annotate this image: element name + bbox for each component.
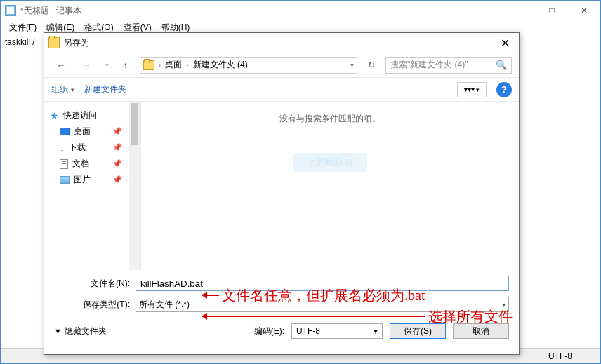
file-list[interactable]: 没有与搜索条件匹配的项。 全屏截图(S) xyxy=(141,102,519,270)
search-icon[interactable]: 🔍 xyxy=(496,60,507,70)
filename-input[interactable] xyxy=(136,276,509,291)
chevron-down-icon[interactable]: ▾ xyxy=(350,61,354,69)
nav-tree: ★ 快速访问 桌面 📌 ↓ 下载 📌 文档 📌 图片 📌 xyxy=(44,102,141,270)
picture-icon xyxy=(60,176,70,184)
address-bar[interactable]: › 桌面 › 新建文件夹 (4) ▾ xyxy=(140,57,357,74)
dialog-close-button[interactable]: ✕ xyxy=(491,33,519,53)
chevron-down-icon: ▾ xyxy=(502,301,506,309)
chevron-right-icon[interactable]: › xyxy=(159,61,161,69)
close-button[interactable]: ✕ xyxy=(568,1,600,20)
ghost-screenshot-button: 全屏截图(S) xyxy=(293,153,367,172)
encoding-select[interactable]: UTF-8 ▾ xyxy=(291,323,383,339)
download-icon: ↓ xyxy=(60,142,65,154)
filetype-select[interactable]: 所有文件 (*.*) ▾ xyxy=(136,297,509,312)
empty-message: 没有与搜索条件匹配的项。 xyxy=(279,113,381,125)
chevron-down-icon: ▼ xyxy=(54,327,62,335)
view-options-button[interactable]: ▾▾▾ ▾ xyxy=(457,82,487,97)
folder-icon xyxy=(143,60,154,70)
help-button[interactable]: ? xyxy=(496,82,512,97)
organize-menu[interactable]: 组织 ▾ xyxy=(51,83,74,95)
tree-scrollbar[interactable] xyxy=(129,102,140,270)
dialog-titlebar: 另存为 ✕ xyxy=(44,33,519,53)
dialog-bottom: 文件名(N): 保存类型(T): 所有文件 (*.*) ▾ ▼ 隐藏文件夹 编码… xyxy=(44,270,519,347)
chevron-down-icon: ▾ xyxy=(71,86,74,93)
minimize-button[interactable]: – xyxy=(503,1,536,20)
chevron-right-icon[interactable]: › xyxy=(186,61,188,69)
notepad-title: *无标题 - 记事本 xyxy=(20,5,503,17)
filename-label: 文件名(N): xyxy=(54,278,130,290)
dialog-toolbar: 组织 ▾ 新建文件夹 ▾▾▾ ▾ ? xyxy=(44,78,519,102)
notepad-titlebar: *无标题 - 记事本 – □ ✕ xyxy=(1,1,600,20)
nav-up-button[interactable]: ↑ xyxy=(117,57,134,74)
pin-icon: 📌 xyxy=(112,127,122,136)
path-segment[interactable]: 新建文件夹 (4) xyxy=(193,59,248,71)
save-as-dialog: 另存为 ✕ ← → ▾ ↑ › 桌面 › 新建文件夹 (4) ▾ ↻ 搜索"新建… xyxy=(44,32,520,355)
document-icon xyxy=(60,159,68,169)
refresh-button[interactable]: ↻ xyxy=(363,57,380,74)
cancel-button[interactable]: 取消 xyxy=(453,323,509,339)
tree-documents[interactable]: 文档 📌 xyxy=(48,156,136,172)
chevron-down-icon: ▾ xyxy=(374,326,378,336)
pin-icon: 📌 xyxy=(112,143,122,152)
pin-icon: 📌 xyxy=(112,159,122,168)
encoding-label: 编码(E): xyxy=(254,325,284,337)
nav-recent-dropdown[interactable]: ▾ xyxy=(102,57,112,74)
pin-icon: 📌 xyxy=(112,175,122,184)
search-placeholder: 搜索"新建文件夹 (4)" xyxy=(390,59,468,71)
desktop-icon xyxy=(60,128,70,135)
hidden-folders-toggle[interactable]: ▼ 隐藏文件夹 xyxy=(54,325,107,337)
save-button[interactable]: 保存(S) xyxy=(390,323,446,339)
tree-quick-access[interactable]: ★ 快速访问 xyxy=(48,107,136,123)
search-box[interactable]: 搜索"新建文件夹 (4)" 🔍 xyxy=(385,57,512,74)
tree-downloads[interactable]: ↓ 下载 📌 xyxy=(48,140,136,156)
menu-file[interactable]: 文件(F) xyxy=(5,20,41,34)
maximize-button[interactable]: □ xyxy=(536,1,568,20)
tree-desktop[interactable]: 桌面 📌 xyxy=(48,123,136,140)
nav-back-button[interactable]: ← xyxy=(51,57,71,74)
dialog-title: 另存为 xyxy=(64,37,491,49)
nav-forward-button[interactable]: → xyxy=(77,57,96,74)
chevron-down-icon: ▾ xyxy=(476,86,480,93)
dialog-nav: ← → ▾ ↑ › 桌面 › 新建文件夹 (4) ▾ ↻ 搜索"新建文件夹 (4… xyxy=(44,53,519,78)
tree-pictures[interactable]: 图片 📌 xyxy=(48,172,136,188)
notepad-icon xyxy=(5,5,16,16)
path-segment[interactable]: 桌面 xyxy=(165,59,182,71)
status-encoding: UTF-8 xyxy=(548,351,572,361)
new-folder-button[interactable]: 新建文件夹 xyxy=(84,83,126,95)
star-icon: ★ xyxy=(50,110,59,121)
folder-icon xyxy=(48,37,60,48)
filetype-label: 保存类型(T): xyxy=(54,299,130,311)
